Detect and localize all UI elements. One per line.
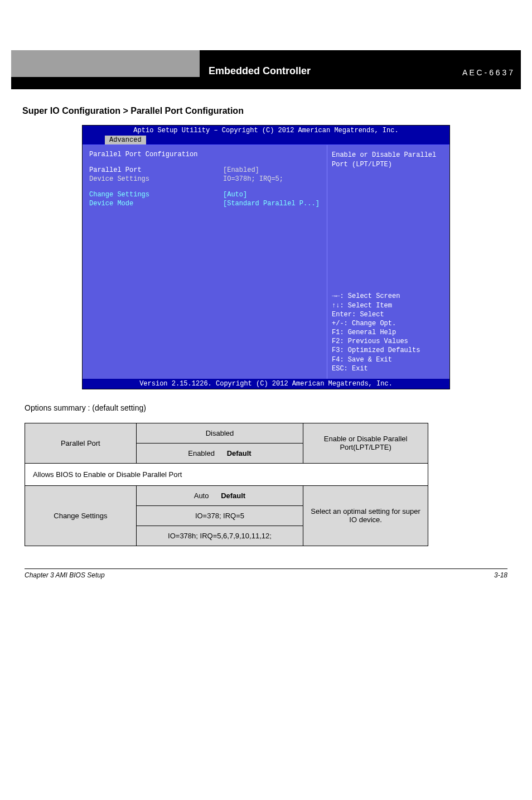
opt-desc: Enable or Disable Parallel Port(LPT/LPTE… [303,423,428,463]
bios-screenshot: Aptio Setup Utility – Copyright (C) 2012… [82,125,450,389]
chapter-banner: Embedded Controller A E C - 6 6 3 7 [11,50,521,89]
footer-chapter: Chapter 3 AMI BIOS Setup [25,571,105,579]
opt-value: Auto Default [136,485,303,505]
table-row: Change Settings Auto Default Select an o… [25,485,428,505]
banner-right-box: Embedded Controller A E C - 6 6 3 7 [201,50,521,78]
tab-advanced[interactable]: Advanced [105,136,146,144]
opt-value: IO=378; IRQ=5 [136,505,303,526]
opt-name: Parallel Port [25,423,137,463]
board-name: Embedded Controller [209,65,462,77]
bios-tab-row: Advanced [83,136,449,144]
bios-help-text: Enable or Disable Parallel Port (LPT/LPT… [332,151,445,170]
bios-footer: Version 2.15.1226. Copyright (C) 2012 Am… [83,379,449,389]
opt-desc: Select an optimal setting for super IO d… [303,485,428,546]
footer-page-number: 3-18 [494,571,507,579]
opt-value: IO=378h; IRQ=5,6,7,9,10,11,12; [136,526,303,546]
opt-value: Disabled [136,423,303,443]
section-heading: Super IO Configuration > Parallel Port C… [22,106,521,116]
page-footer: Chapter 3 AMI BIOS Setup 3-18 [25,568,507,579]
opt-value: Enabled Default [136,443,303,463]
table-row-full: Allows BIOS to Enable or Disable Paralle… [25,463,428,485]
table-row: Parallel Port Disabled Enable or Disable… [25,423,428,443]
bios-title-bar: Aptio Setup Utility – Copyright (C) 2012… [83,126,449,136]
bios-row-parallel-port[interactable]: Parallel Port [Enabled] [89,166,320,174]
bios-main-panel: Parallel Port Configuration Parallel Por… [83,145,327,379]
bios-help-panel: Enable or Disable Parallel Port (LPT/LPT… [327,145,449,379]
bios-section-title: Parallel Port Configuration [89,151,320,158]
bios-row-device-mode[interactable]: Device Mode [Standard Parallel P...] [89,200,320,208]
bios-row-device-settings: Device Settings IO=378h; IRQ=5; [89,175,320,183]
bios-row-change-settings[interactable]: Change Settings [Auto] [89,191,320,199]
bios-nav-legend: →←: Select Screen ↑↓: Select Item Enter:… [332,292,445,373]
opt-full-desc: Allows BIOS to Enable or Disable Paralle… [25,463,428,485]
banner-left-box [11,50,201,78]
opt-name: Change Settings [25,485,137,546]
options-summary-label: Options summary : (default setting) [25,403,507,414]
options-table: Parallel Port Disabled Enable or Disable… [25,423,428,546]
brand-model: A E C - 6 6 3 7 [462,68,513,77]
